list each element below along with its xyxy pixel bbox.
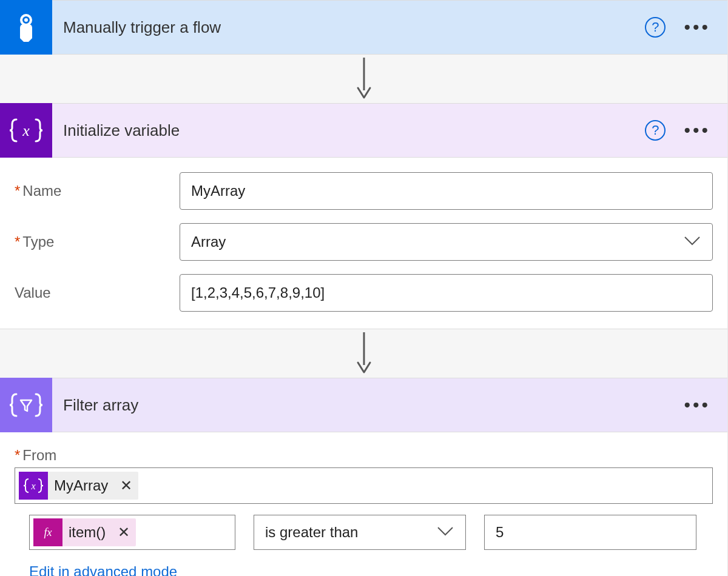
svg-text:x: x — [30, 481, 35, 491]
type-row: *Type Array — [15, 223, 713, 261]
condition-operator-select[interactable]: is greater than — [254, 515, 466, 550]
help-icon[interactable]: ? — [645, 120, 666, 141]
svg-text:fx: fx — [44, 526, 52, 538]
value-row: Value — [15, 274, 713, 312]
variable-icon: x — [0, 103, 52, 158]
from-input[interactable]: x MyArray ✕ — [15, 467, 713, 504]
variable-icon: x — [19, 472, 48, 500]
edit-advanced-mode-link[interactable]: Edit in advanced mode — [29, 563, 177, 576]
required-star: * — [15, 447, 20, 463]
remove-token-button[interactable]: ✕ — [112, 524, 136, 541]
from-label-text: From — [22, 447, 56, 463]
value-label-text: Value — [15, 284, 51, 301]
svg-point-1 — [24, 18, 28, 22]
filter-step-body: *From x MyArray ✕ — [0, 432, 727, 576]
required-star: * — [15, 233, 20, 250]
name-input[interactable] — [180, 172, 713, 210]
help-icon[interactable]: ? — [645, 17, 666, 38]
init-variable-step-body: *Name *Type Array Value — [0, 158, 727, 329]
from-label: *From — [15, 447, 713, 464]
flow-canvas: Manually trigger a flow ? ••• x Initiali… — [0, 0, 728, 576]
name-label-text: Name — [22, 183, 61, 199]
filter-step-header[interactable]: Filter array ••• — [0, 378, 727, 432]
filter-icon — [0, 378, 52, 432]
init-variable-step-title: Initialize variable — [52, 121, 645, 140]
value-input[interactable] — [180, 274, 713, 312]
expression-token-label: item() — [69, 524, 112, 541]
fx-icon: fx — [33, 518, 62, 546]
type-select[interactable]: Array — [180, 223, 713, 261]
connector-arrow — [0, 55, 727, 103]
filter-step-title: Filter array — [52, 396, 681, 415]
connector-arrow — [0, 329, 727, 378]
more-menu-button[interactable]: ••• — [681, 120, 713, 141]
condition-right-value: 5 — [496, 524, 504, 541]
from-token-label: MyArray — [54, 477, 114, 494]
required-star: * — [15, 183, 20, 199]
condition-left-input[interactable]: fx item() ✕ — [29, 515, 235, 550]
name-row: *Name — [15, 172, 713, 210]
value-label: Value — [15, 284, 180, 301]
type-select-value: Array — [191, 233, 226, 250]
condition-operator-value: is greater than — [265, 524, 358, 541]
from-variable-token[interactable]: x MyArray ✕ — [19, 472, 138, 500]
remove-token-button[interactable]: ✕ — [114, 477, 138, 494]
chevron-down-icon — [436, 524, 454, 541]
expression-token[interactable]: fx item() ✕ — [33, 518, 136, 546]
manual-trigger-icon — [0, 0, 52, 55]
name-label: *Name — [15, 183, 180, 199]
type-label: *Type — [15, 233, 180, 250]
more-menu-button[interactable]: ••• — [681, 395, 713, 415]
chevron-down-icon — [683, 233, 701, 250]
svg-text:x: x — [22, 122, 30, 139]
trigger-step-title: Manually trigger a flow — [52, 18, 645, 37]
init-variable-step-header[interactable]: x Initialize variable ? ••• — [0, 103, 727, 158]
trigger-step-header[interactable]: Manually trigger a flow ? ••• — [0, 0, 727, 55]
more-menu-button[interactable]: ••• — [681, 17, 713, 38]
condition-right-input[interactable]: 5 — [484, 515, 696, 550]
type-label-text: Type — [22, 233, 54, 250]
condition-row: fx item() ✕ is greater than 5 — [15, 515, 713, 550]
